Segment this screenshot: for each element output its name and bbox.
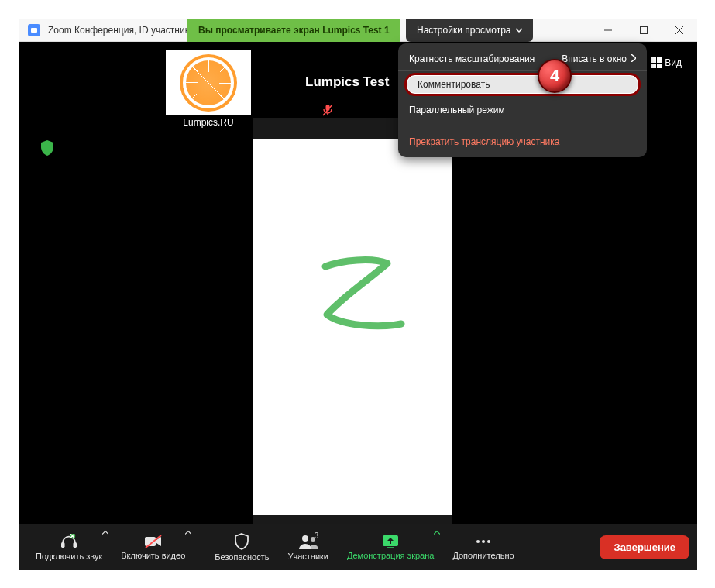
participant-avatar xyxy=(166,50,251,115)
svg-rect-1 xyxy=(641,26,648,33)
screen-share-banner: Вы просматриваете экран Lumpics Test 1 xyxy=(187,19,400,42)
view-mode-label: Вид xyxy=(665,57,682,68)
more-label: Дополнительно xyxy=(452,551,514,560)
svg-point-12 xyxy=(302,535,308,542)
menu-separator xyxy=(398,126,647,126)
zoom-window: Zoom Конференция, ID участник Вы просмат… xyxy=(19,19,697,570)
participant-name-label: Lumpics.RU xyxy=(166,117,251,128)
more-icon xyxy=(475,535,492,548)
menu-side-by-side[interactable]: Параллельный режим xyxy=(398,98,647,122)
svg-point-16 xyxy=(476,540,480,543)
participants-button[interactable]: 3 Участники xyxy=(278,524,338,570)
chevron-up-icon[interactable] xyxy=(102,528,108,538)
join-audio-button[interactable]: Подключить звук xyxy=(26,524,112,570)
menu-annotate-label: Комментировать xyxy=(418,79,490,90)
encryption-shield-icon[interactable] xyxy=(40,140,54,159)
close-button[interactable] xyxy=(662,19,697,41)
shield-icon xyxy=(234,533,249,550)
menu-stop-participant-share[interactable]: Прекратить трансляцию участника xyxy=(398,129,647,154)
zoom-app-icon xyxy=(25,21,43,40)
end-meeting-label: Завершение xyxy=(614,542,675,553)
meeting-toolbar: Подключить звук Включить видео Безопасно… xyxy=(19,524,697,570)
security-button[interactable]: Безопасность xyxy=(205,524,278,570)
video-off-icon xyxy=(144,535,163,548)
annotation-drawing xyxy=(304,251,412,355)
svg-rect-7 xyxy=(61,542,65,547)
view-settings-dropdown-menu: Кратность масштабирования Вписать в окно… xyxy=(398,43,647,157)
menu-side-by-side-label: Параллельный режим xyxy=(409,105,505,115)
chevron-down-icon xyxy=(516,25,522,36)
chevron-up-icon[interactable] xyxy=(434,528,440,538)
menu-annotate[interactable]: Комментировать xyxy=(404,73,641,96)
more-button[interactable]: Дополнительно xyxy=(443,524,523,570)
svg-point-18 xyxy=(487,540,490,543)
menu-fit-window-label: Вписать в окно xyxy=(562,53,627,64)
share-screen-label: Демонстрация экрана xyxy=(347,551,434,560)
grid-icon xyxy=(651,57,662,68)
svg-point-17 xyxy=(482,540,485,543)
view-settings-label: Настройки просмотра xyxy=(417,25,511,36)
menu-stop-participant-share-label: Прекратить трансляцию участника xyxy=(409,136,559,147)
menu-zoom-ratio[interactable]: Кратность масштабирования Вписать в окно xyxy=(398,46,647,71)
chevron-up-icon[interactable] xyxy=(185,528,191,538)
window-title: Zoom Конференция, ID участник xyxy=(48,25,189,36)
security-label: Безопасность xyxy=(215,552,269,562)
minimize-button[interactable] xyxy=(590,19,626,41)
screen-share-banner-text: Вы просматриваете экран Lumpics Test 1 xyxy=(198,25,390,36)
step-number-badge: 4 xyxy=(538,59,572,93)
headphones-icon xyxy=(60,534,77,549)
participants-count: 3 xyxy=(315,531,319,540)
view-settings-dropdown-button[interactable]: Настройки просмотра xyxy=(406,19,533,42)
share-screen-button[interactable]: Демонстрация экрана xyxy=(338,524,443,570)
orange-slice-icon xyxy=(183,57,234,108)
start-video-label: Включить видео xyxy=(121,551,185,560)
participant-thumbnail[interactable]: Lumpics.RU xyxy=(166,50,251,128)
join-audio-label: Подключить звук xyxy=(36,552,102,561)
maximize-button[interactable] xyxy=(626,19,662,41)
active-speaker-name: Lumpics Test xyxy=(305,74,389,90)
mic-muted-icon xyxy=(322,104,333,119)
start-video-button[interactable]: Включить видео xyxy=(112,524,194,570)
participants-label: Участники xyxy=(287,552,328,561)
menu-zoom-ratio-label: Кратность масштабирования xyxy=(409,53,535,64)
chevron-right-icon xyxy=(631,53,636,64)
view-mode-button[interactable]: Вид xyxy=(651,57,682,68)
share-screen-icon xyxy=(382,535,399,548)
svg-rect-8 xyxy=(74,542,77,547)
end-meeting-button[interactable]: Завершение xyxy=(600,535,689,559)
